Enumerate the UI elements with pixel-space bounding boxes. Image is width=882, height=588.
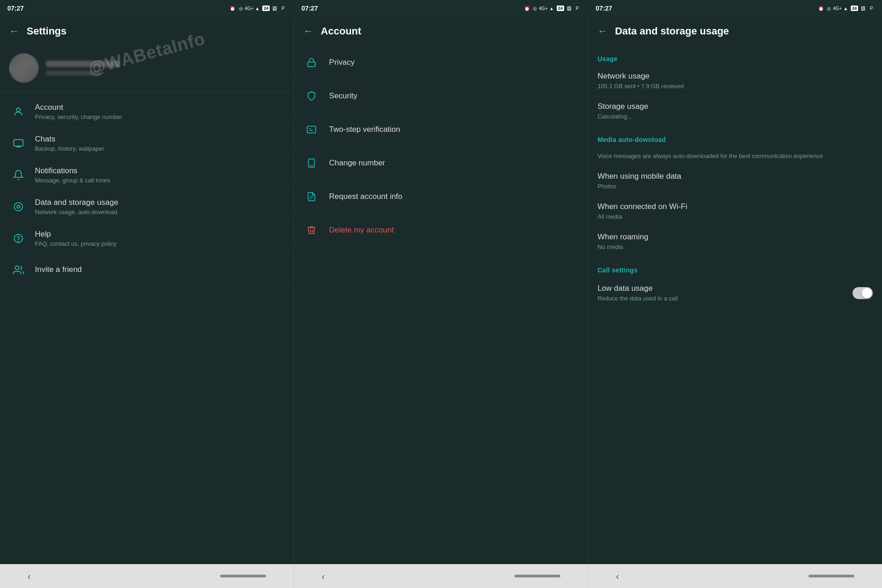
- menu-item-notifications[interactable]: Notifications Message, group & call tone…: [0, 159, 294, 191]
- account-item-two-step[interactable]: Two-step verification: [294, 113, 588, 147]
- avatar-image: [9, 53, 39, 83]
- notifications-text: Notifications Message, group & call tone…: [35, 166, 284, 184]
- battery-badge-2: 24: [557, 6, 564, 11]
- network-icon-3: 4G+: [834, 5, 841, 11]
- network-usage-item[interactable]: Network usage 105.1 GB sent • 7.9 GB rec…: [588, 66, 882, 96]
- account-content: Privacy Security Two-: [294, 46, 588, 564]
- status-icons-1: ⏰ ◎ 4G+ ▲ 24 🖼 P: [229, 5, 286, 11]
- svg-point-6: [15, 266, 19, 270]
- profile-section[interactable]: [0, 46, 294, 92]
- account-text: Account Privacy, security, change number: [35, 103, 284, 120]
- security-label: Security: [329, 91, 357, 101]
- two-step-label: Two-step verification: [329, 125, 400, 134]
- network-icon-2: 4G+: [540, 5, 547, 11]
- nav-pill-1: [220, 575, 266, 577]
- menu-item-help[interactable]: Help FAQ, contact us, privacy policy: [0, 223, 294, 254]
- panels-container: @WABetaInfo ← Settings: [0, 17, 882, 564]
- roaming-title: When roaming: [598, 232, 873, 242]
- account-back-button[interactable]: ←: [303, 25, 313, 37]
- data-storage-title: Data and storage usage: [615, 25, 729, 37]
- gallery-icon-3: 🖼: [860, 5, 866, 11]
- menu-item-data-storage[interactable]: Data and storage usage Network usage, au…: [0, 191, 294, 223]
- settings-header: ← Settings: [0, 17, 294, 46]
- help-icon: [9, 229, 28, 248]
- svg-point-5: [18, 242, 19, 242]
- time-1: 07:27: [7, 5, 24, 12]
- privacy-label: Privacy: [329, 58, 355, 67]
- usage-section-header: Usage: [588, 46, 882, 66]
- account-item-request-info[interactable]: Request account info: [294, 180, 588, 214]
- account-item-change-number[interactable]: Change number: [294, 147, 588, 180]
- account-item-security[interactable]: Security: [294, 79, 588, 113]
- account-title: Account: [321, 25, 361, 37]
- storage-usage-title: Storage usage: [598, 102, 873, 111]
- low-data-toggle[interactable]: [853, 287, 873, 299]
- nav-pill-2: [514, 575, 560, 577]
- account-icon: [9, 102, 28, 121]
- nav-bar: ‹ ‹ ‹: [0, 564, 882, 588]
- network-icon: 4G+: [246, 5, 252, 11]
- network-usage-title: Network usage: [598, 72, 873, 81]
- menu-item-invite[interactable]: Invite a friend: [0, 254, 294, 286]
- notifications-label: Notifications: [35, 166, 284, 175]
- status-panel-3: 07:27 ⏰ ◎ 4G+ ▲ 24 🖼 P: [588, 0, 882, 17]
- nav-back-2[interactable]: ‹: [322, 571, 325, 582]
- low-data-row[interactable]: Low data usage Reduce the data used in a…: [588, 277, 882, 309]
- security-icon: [303, 88, 320, 104]
- nav-back-3[interactable]: ‹: [616, 571, 619, 582]
- delete-account-icon: [303, 222, 320, 238]
- toggle-thumb: [862, 288, 872, 298]
- two-step-icon: [303, 121, 320, 138]
- settings-title: Settings: [27, 25, 67, 37]
- roaming-item[interactable]: When roaming No media: [588, 227, 882, 257]
- roaming-subtitle: No media: [598, 243, 873, 250]
- wifi-item[interactable]: When connected on Wi-Fi All media: [588, 197, 882, 227]
- data-storage-panel: ← Data and storage usage Usage Network u…: [588, 17, 882, 564]
- storage-usage-item[interactable]: Storage usage Calculating...: [588, 96, 882, 127]
- mobile-data-item[interactable]: When using mobile data Photos: [588, 166, 882, 197]
- battery-badge-1: 24: [262, 6, 270, 11]
- change-number-label: Change number: [329, 158, 385, 168]
- request-info-icon: [303, 188, 320, 205]
- status-panel-2: 07:27 ⏰ ◎ 4G+ ▲ 24 🖼 P: [294, 0, 588, 17]
- account-item-privacy[interactable]: Privacy: [294, 46, 588, 79]
- data-storage-sublabel: Network usage, auto-download: [35, 209, 284, 215]
- menu-item-account[interactable]: Account Privacy, security, change number: [0, 96, 294, 128]
- gallery-icon: 🖼: [271, 5, 278, 11]
- account-header: ← Account: [294, 17, 588, 46]
- account-panel: ← Account Privacy: [294, 17, 588, 564]
- request-info-label: Request account info: [329, 192, 402, 201]
- notifications-sublabel: Message, group & call tones: [35, 177, 284, 184]
- settings-content: Account Privacy, security, change number…: [0, 46, 294, 564]
- data-storage-text: Data and storage usage Network usage, au…: [35, 198, 284, 215]
- nav-panel-3: ‹: [588, 564, 882, 588]
- wifi-title: When connected on Wi-Fi: [598, 202, 873, 211]
- gallery-icon-2: 🖼: [566, 5, 572, 11]
- mobile-data-title: When using mobile data: [598, 172, 873, 181]
- whatsapp-icon-2: P: [574, 5, 581, 11]
- account-label: Account: [35, 103, 284, 112]
- location-icon-2: ◎: [532, 5, 538, 11]
- chats-text: Chats Backup, history, wallpaper: [35, 135, 284, 152]
- alarm-icon-3: ⏰: [818, 5, 824, 11]
- svg-rect-1: [14, 140, 23, 146]
- invite-label: Invite a friend: [35, 265, 284, 274]
- nav-back-1[interactable]: ‹: [28, 571, 31, 582]
- svg-point-0: [17, 108, 20, 112]
- data-storage-back-button[interactable]: ←: [598, 25, 608, 37]
- data-storage-content: Usage Network usage 105.1 GB sent • 7.9 …: [588, 46, 882, 564]
- alarm-icon-2: ⏰: [524, 5, 530, 11]
- signal-icon-3: ▲: [842, 5, 849, 11]
- location-icon-3: ◎: [826, 5, 832, 11]
- media-description-item: Voice messages are always auto-downloade…: [588, 147, 882, 166]
- change-number-icon: [303, 155, 320, 171]
- avatar: [9, 53, 39, 83]
- menu-item-chats[interactable]: Chats Backup, history, wallpaper: [0, 128, 294, 159]
- settings-back-button[interactable]: ←: [9, 25, 19, 37]
- account-item-delete[interactable]: Delete my account: [294, 214, 588, 247]
- status-panel-1: 07:27 ⏰ ◎ 4G+ ▲ 24 🖼 P: [0, 0, 294, 17]
- settings-panel: @WABetaInfo ← Settings: [0, 17, 294, 564]
- help-text: Help FAQ, contact us, privacy policy: [35, 230, 284, 247]
- profile-name: [46, 61, 119, 67]
- notifications-icon: [9, 166, 28, 184]
